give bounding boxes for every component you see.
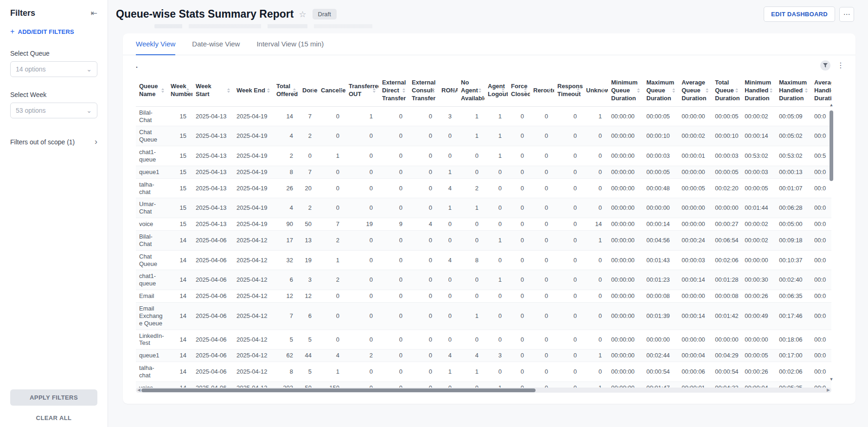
- scroll-down-icon[interactable]: ▼: [830, 377, 834, 382]
- column-header[interactable]: No Agent Available: [458, 75, 485, 106]
- cell: 1: [583, 230, 608, 250]
- vertical-scrollbar-thumb[interactable]: [830, 110, 833, 181]
- favorite-star-icon[interactable]: ☆: [299, 9, 306, 19]
- cell: 3: [438, 106, 458, 126]
- cell: 0: [438, 270, 458, 290]
- column-header[interactable]: Reroute: [530, 75, 554, 106]
- cell: 0: [345, 198, 379, 218]
- sort-icon[interactable]: [637, 88, 640, 93]
- apply-filters-button[interactable]: APPLY FILTERS: [10, 389, 97, 406]
- column-header[interactable]: Done: [299, 75, 318, 106]
- cell: 1: [438, 198, 458, 218]
- edit-dashboard-button[interactable]: EDIT DASHBOARD: [764, 6, 835, 22]
- column-header[interactable]: Average Handled Duration: [811, 75, 831, 106]
- sort-icon[interactable]: [339, 88, 342, 93]
- cell: 00:00:14: [678, 270, 712, 290]
- tab-weekly-view[interactable]: Weekly View: [136, 33, 175, 55]
- cell: 4: [458, 349, 485, 362]
- horizontal-scrollbar[interactable]: ◀ ▶: [136, 388, 831, 393]
- column-header[interactable]: Minimum Queue Duration: [608, 75, 643, 106]
- sort-icon[interactable]: [161, 88, 164, 93]
- column-header[interactable]: Maximum Handled Duration: [776, 75, 811, 106]
- table-row: talha-chat152025-04-132025-04-1926200000…: [136, 178, 831, 198]
- scroll-right-icon[interactable]: ▶: [827, 388, 830, 392]
- column-header[interactable]: RONA: [438, 75, 458, 106]
- sort-icon[interactable]: [735, 88, 738, 93]
- cell: 00:00:24: [678, 230, 712, 250]
- sort-icon[interactable]: [452, 88, 454, 93]
- column-header[interactable]: External Consult Transfer: [408, 75, 438, 106]
- kebab-menu-icon[interactable]: ⋮: [837, 61, 844, 70]
- sort-icon[interactable]: [267, 88, 270, 93]
- collapse-sidebar-icon[interactable]: ⇤: [91, 8, 97, 18]
- sort-icon[interactable]: [227, 88, 230, 93]
- sort-icon[interactable]: [706, 88, 708, 93]
- column-header[interactable]: Minimum Handled Duration: [741, 75, 776, 106]
- add-edit-filters-button[interactable]: + ADD/EDIT FILTERS: [10, 27, 97, 36]
- column-header[interactable]: Week End: [233, 75, 273, 106]
- cell: 0: [408, 178, 438, 198]
- cell: 1: [458, 126, 485, 146]
- column-header[interactable]: External Direct Transfer: [379, 75, 408, 106]
- sort-icon[interactable]: [502, 88, 504, 93]
- cell: 0: [530, 178, 554, 198]
- sort-icon[interactable]: [373, 88, 376, 93]
- cell: 00:00:00: [678, 166, 712, 178]
- cell: 14: [167, 349, 192, 362]
- cell: 62: [273, 349, 299, 362]
- column-header[interactable]: Maximum Queue Duration: [643, 75, 678, 106]
- sort-icon[interactable]: [293, 88, 296, 93]
- column-header[interactable]: Week Number: [167, 75, 192, 106]
- cell: 1: [485, 230, 508, 250]
- scroll-left-icon[interactable]: ◀: [137, 388, 140, 392]
- sort-icon[interactable]: [672, 88, 675, 93]
- sort-icon[interactable]: [432, 88, 435, 93]
- scroll-up-icon[interactable]: ▲: [830, 103, 834, 107]
- cell: 00:00:00: [741, 250, 776, 270]
- sort-icon[interactable]: [186, 88, 189, 93]
- sort-icon[interactable]: [770, 88, 772, 93]
- column-header[interactable]: Transferred OUT: [345, 75, 379, 106]
- cell: 2: [273, 146, 299, 166]
- cell: 14: [167, 270, 192, 290]
- sort-icon[interactable]: [479, 88, 481, 93]
- cell: 0: [554, 349, 583, 362]
- column-header[interactable]: Queue Name: [136, 75, 167, 106]
- column-header[interactable]: Cancelled: [318, 75, 345, 106]
- sort-icon[interactable]: [312, 88, 314, 93]
- more-menu-button[interactable]: ⋯: [839, 7, 854, 22]
- sort-icon[interactable]: [548, 88, 551, 93]
- sort-icon[interactable]: [524, 88, 527, 93]
- table-filter-icon[interactable]: [820, 60, 830, 71]
- filters-out-of-scope[interactable]: Filters out of scope (1) ›: [10, 137, 97, 147]
- week-select[interactable]: 53 options ⌄: [10, 103, 97, 118]
- cell: 00:00:00: [678, 218, 712, 231]
- sort-icon[interactable]: [577, 88, 580, 93]
- column-header[interactable]: Average Queue Duration: [678, 75, 712, 106]
- column-header[interactable]: Agent Logout: [485, 75, 508, 106]
- cell: 2: [318, 230, 345, 250]
- column-header[interactable]: Total Queue Duration: [712, 75, 741, 106]
- horizontal-scrollbar-thumb[interactable]: [141, 388, 536, 392]
- cell: 14: [167, 330, 192, 349]
- column-header[interactable]: Response Timeout: [554, 75, 583, 106]
- cell: 0: [345, 303, 379, 330]
- tab-date-wise-view[interactable]: Date-wise View: [192, 33, 240, 55]
- cell: Umar-Chat: [136, 198, 167, 218]
- sort-icon[interactable]: [602, 88, 605, 93]
- column-header[interactable]: Week Start: [192, 75, 233, 106]
- clear-all-button[interactable]: CLEAR ALL: [0, 414, 108, 421]
- cell: 00:00:03: [643, 146, 678, 166]
- tab-interval-view-15-min[interactable]: Interval View (15 min): [256, 33, 324, 55]
- column-header[interactable]: Unknown: [583, 75, 608, 106]
- column-header[interactable]: Force Closed: [508, 75, 530, 106]
- sort-icon[interactable]: [805, 88, 808, 93]
- column-header[interactable]: Total Offered: [273, 75, 299, 106]
- week-select-placeholder: 53 options: [16, 107, 46, 114]
- sort-icon[interactable]: [402, 88, 405, 93]
- cell: 00:00:04: [678, 349, 712, 362]
- vertical-scrollbar[interactable]: ▲ ▼: [829, 103, 834, 382]
- queue-select[interactable]: 14 options ⌄: [10, 61, 97, 77]
- cell: 00:00:10: [643, 126, 678, 146]
- cell: 0: [530, 362, 554, 382]
